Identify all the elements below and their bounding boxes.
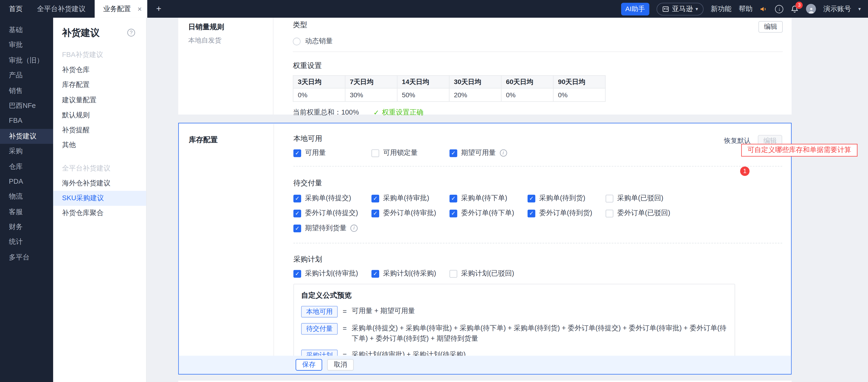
divider [273, 124, 274, 356]
card-footer: 保存 取消 [179, 356, 791, 374]
announcement-icon[interactable] [760, 5, 768, 13]
sidebar-item[interactable]: 巴西NFe [0, 98, 53, 114]
divider [293, 166, 782, 166]
table-header: 60天日均 [501, 75, 553, 88]
cancel-button[interactable]: 取消 [327, 359, 354, 371]
account-name[interactable]: 演示账号 [823, 4, 851, 14]
new-features-link[interactable]: 新功能 [711, 4, 732, 14]
checkbox-label: 期望待到货量 [305, 224, 347, 233]
sidebar-item[interactable]: 物流 [0, 189, 53, 204]
inventory-config-card: 库存配置 恢复默认 编辑 本地可用 可用量 可用锁定量 [178, 123, 792, 375]
type-option-row: 动态销量 [293, 37, 783, 46]
subnav-item[interactable]: 建议量配置 [53, 93, 146, 108]
sidebar-item[interactable]: 财务 [0, 220, 53, 235]
checkbox-label: 期望可用量 [461, 148, 496, 158]
subnav-title: 补货建议 [62, 26, 99, 39]
checkbox-row: 委外订单(待提交) 委外订单(待审批) 委外订单(待下单) 委外订单(待到货) [293, 209, 782, 218]
checkbox-item[interactable]: 采购单(待到货) [528, 194, 606, 203]
checkbox-item[interactable]: 委外订单(待下单) [450, 209, 528, 218]
checkbox-label: 委外订单(待到货) [539, 209, 592, 218]
avatar[interactable] [806, 4, 816, 14]
platform-selector[interactable]: 亚马逊 ▾ [656, 3, 704, 15]
pending-label: 待交付量 [293, 178, 782, 188]
checkbox-item[interactable]: 采购单(已驳回) [606, 194, 683, 203]
checkbox-item[interactable]: 期望待到货量 i [293, 224, 358, 233]
help-link[interactable]: 帮助 [739, 4, 753, 14]
sidebar-item[interactable]: 采购 [0, 144, 53, 159]
subnav-item[interactable]: 默认规则 [53, 108, 146, 123]
weight-sum-label: 当前权重总和：100% [293, 108, 359, 117]
notifications-button[interactable]: 3 [791, 5, 799, 13]
add-tab-button[interactable]: + [156, 4, 161, 14]
sidebar-item[interactable]: FBA [0, 114, 53, 129]
sidebar-item[interactable]: 多平台 [0, 250, 53, 265]
divider [293, 52, 783, 52]
local-available-label: 本地可用 [293, 134, 782, 144]
subnav-item[interactable]: 补货提醒 [53, 123, 146, 138]
sidebar-item[interactable]: 基础 [0, 23, 53, 38]
subnav-item[interactable]: 补货仓库聚合 [53, 206, 146, 221]
checkbox-item[interactable]: 采购单(待提交) [293, 194, 371, 203]
checkbox-item[interactable]: 采购计划(待审批) [293, 269, 371, 278]
subnav-item[interactable]: 库存配置 [53, 78, 146, 93]
checkbox-label: 委外订单(待下单) [461, 209, 514, 218]
sidebar-item[interactable]: 审批（旧） [0, 53, 53, 68]
sidebar-item[interactable]: 仓库 [0, 159, 53, 174]
purchase-plan-label: 采购计划 [293, 255, 782, 264]
checkbox-icon [293, 224, 301, 232]
checkbox-label: 可用量 [305, 148, 326, 158]
subnav-item-active[interactable]: SKU采购建议 [53, 191, 146, 206]
checkbox-icon [371, 195, 379, 202]
download-icon[interactable]: ↓ [775, 5, 783, 13]
subnav-item[interactable]: 补货仓库 [53, 63, 146, 78]
sidebar-item[interactable]: PDA [0, 174, 53, 189]
sidebar-item[interactable]: 统计 [0, 235, 53, 250]
sidebar-item[interactable]: 审批 [0, 38, 53, 53]
tab-replenish-suggestion[interactable]: 全平台补货建议 [29, 0, 93, 18]
chevron-down-icon: ▾ [858, 6, 861, 11]
checkbox-item[interactable]: 采购单(待下单) [450, 194, 528, 203]
tab-business-config[interactable]: 业务配置 × [94, 0, 147, 18]
info-icon[interactable]: i [500, 150, 507, 157]
checkbox-label: 采购单(待审批) [383, 194, 429, 203]
sidebar-item[interactable]: 销售 [0, 83, 53, 98]
help-icon[interactable]: ? [127, 29, 135, 37]
checkbox-label: 委外订单(已驳回) [617, 209, 671, 218]
radio-dynamic-sales[interactable] [293, 37, 301, 45]
checkbox-item[interactable]: 采购计划(已驳回) [450, 269, 528, 278]
save-button[interactable]: 保存 [296, 359, 322, 371]
ai-assistant-button[interactable]: AI助手 [621, 3, 649, 15]
subnav-item[interactable]: 其他 [53, 138, 146, 153]
table-cell: 0% [501, 88, 553, 101]
checkbox-item[interactable]: 采购计划(待采购) [371, 269, 450, 278]
checkbox-item[interactable]: 可用锁定量 [371, 148, 450, 158]
close-icon[interactable]: × [137, 5, 142, 13]
subnav-item[interactable]: 海外仓补货建议 [53, 176, 146, 191]
platform-icon [662, 5, 669, 12]
checkbox-label: 采购单(待到货) [539, 194, 585, 203]
checkbox-item[interactable]: 委外订单(待到货) [528, 209, 606, 218]
checkbox-label: 采购计划(待审批) [305, 269, 358, 278]
sidebar-item[interactable]: 产品 [0, 68, 53, 83]
checkbox-item[interactable]: 可用量 [293, 148, 371, 158]
info-icon[interactable]: i [350, 225, 358, 232]
checkbox-icon [528, 195, 535, 202]
table-header: 30天日均 [449, 75, 501, 88]
check-icon: ✓ [373, 108, 379, 117]
formula-title: 自定义公式预览 [301, 290, 727, 300]
formula-row: 本地可用 = 可用量 + 期望可用量 [301, 306, 727, 318]
tab-label: 业务配置 [103, 4, 131, 14]
table-row: 0% 30% 50% 20% 0% 0% [293, 88, 606, 101]
checkbox-item[interactable]: 委外订单(待审批) [371, 209, 450, 218]
checkbox-item[interactable]: 委外订单(待提交) [293, 209, 371, 218]
checkbox-item[interactable]: 采购单(待审批) [371, 194, 450, 203]
sidebar-item[interactable]: 客服 [0, 204, 53, 220]
app-window: 首页 全平台补货建议 业务配置 × + AI助手 亚马逊 ▾ 新功能 帮助 ↓ [0, 0, 868, 382]
nav-home[interactable]: 首页 [9, 4, 23, 14]
subnav-group-label: 全平台补货建议 [53, 161, 146, 176]
sidebar-item-active[interactable]: 补货建议 [0, 129, 53, 144]
checkbox-item[interactable]: 期望可用量 i [450, 148, 507, 158]
table-header-row: 3天日均 7天日均 14天日均 30天日均 60天日均 90天日均 [293, 75, 606, 88]
checkbox-item[interactable]: 委外订单(已驳回) [606, 209, 683, 218]
equals-sign: = [343, 323, 347, 334]
